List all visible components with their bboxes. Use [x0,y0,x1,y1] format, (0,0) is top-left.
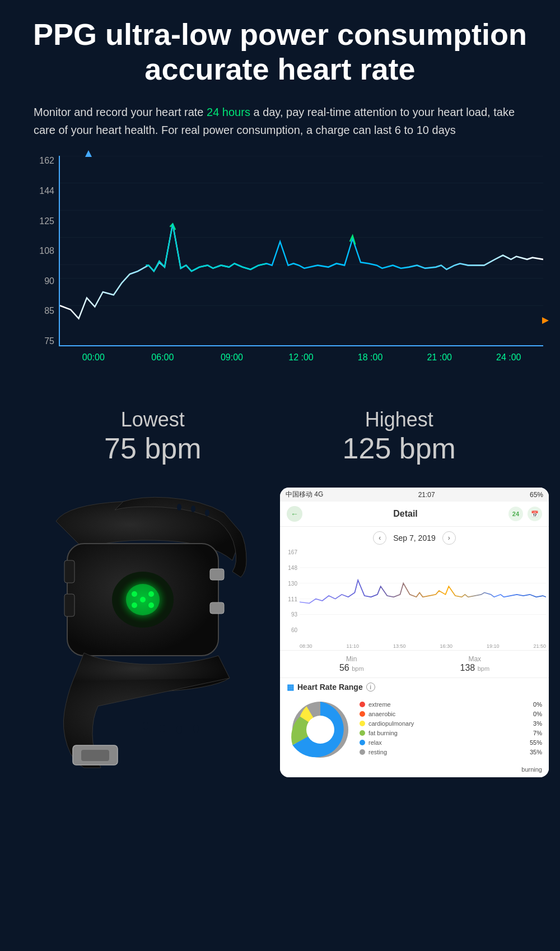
svg-point-17 [140,597,146,602]
phone-status-bar: 中国移动 4G 21:07 65% [280,488,549,502]
x-label-1200: 12 :00 [267,352,336,363]
max-label: Max [460,655,489,663]
phone-date-nav: ‹ Sep 7, 2019 › [280,527,549,549]
x-label-2400: 24 :00 [474,352,543,363]
y-axis: 162 144 125 108 90 85 75 [34,156,59,346]
phone-y-axis: 167 148 130 111 93 60 [280,549,300,633]
phone-icon-calendar[interactable]: 📅 [528,507,542,521]
anaerobic-pct: 0% [528,711,542,717]
svg-point-24 [176,726,182,734]
next-date-button[interactable]: › [442,531,456,545]
extreme-name: extreme [368,701,525,708]
stat-highest: Highest 125 bpm [343,408,456,465]
phone-time: 21:07 [418,491,435,499]
svg-rect-8 [64,560,74,583]
phone-x-0830: 08:30 [300,643,312,649]
phone-x-2150: 21:50 [533,643,546,649]
legend-relax: relax 55% [360,739,542,746]
x-label-0600: 06:00 [128,352,198,363]
chart-container: 162 144 125 108 90 85 75 [34,156,543,369]
min-item: Min 56 bpm [339,655,364,673]
description-section: Monitor and record your heart rate 24 ho… [0,98,560,150]
svg-rect-19 [210,602,224,614]
phone-x-1910: 19:10 [487,643,500,649]
phone-mockup: 中国移动 4G 21:07 65% ← Detail 24 📅 ‹ Sep 7,… [280,488,549,777]
min-unit: bpm [352,665,363,672]
legend-extreme: extreme 0% [360,701,542,708]
lowest-value: 75 bpm [104,432,201,465]
y-label-162: 162 [39,156,54,166]
phone-x-1350: 13:50 [393,643,406,649]
svg-rect-21 [81,750,109,761]
chart-section: 162 144 125 108 90 85 75 [0,150,560,386]
anaerobic-name: anaerobic [368,711,525,717]
band-svg [11,488,269,779]
phone-header-title: Detail [393,509,418,519]
phone-header: ← Detail 24 📅 [280,502,549,527]
stats-section: Lowest 75 bpm Highest 125 bpm [0,386,560,476]
extreme-dot [360,702,365,707]
max-value: 138 [460,663,475,672]
phone-x-1630: 16:30 [440,643,452,649]
svg-point-34 [306,716,334,744]
y-label-75: 75 [44,336,54,346]
phone-heart-rate-range: ▩ Heart Rate Range i [280,678,549,777]
relax-name: relax [368,739,525,746]
anaerobic-dot [360,711,365,717]
max-item: Max 138 bpm [460,655,489,673]
phone-y-167: 167 [288,549,297,555]
phone-y-111: 111 [288,596,297,602]
x-label-0900: 09:00 [197,352,267,363]
phone-x-axis: 08:30 11:10 13:50 16:30 19:10 21:50 [300,643,546,649]
svg-point-14 [148,591,154,597]
min-value: 56 [339,663,349,672]
y-label-85: 85 [44,306,54,316]
svg-point-22 [143,722,148,730]
x-axis: 00:00 06:00 09:00 12 :00 18 :00 21 :00 2… [59,346,543,369]
y-label-125: 125 [39,216,54,226]
chart-plot-area [59,156,543,346]
pie-legend: extreme 0% anaerobic 0% cardiopulmonary … [360,701,542,758]
stat-lowest: Lowest 75 bpm [104,408,201,465]
page-title: PPG ultra-low power consumption accurate… [11,17,549,86]
cardio-dot [360,721,365,726]
cardio-pct: 3% [528,720,542,727]
y-axis-arrow [85,150,92,157]
heart-rate-title: ▩ Heart Rate Range i [287,683,542,692]
x-axis-arrow [542,317,549,324]
prev-date-button[interactable]: ‹ [373,531,386,545]
fat-burning-name: fat burning [368,730,525,736]
highest-label: Highest [343,408,456,432]
phone-date: Sep 7, 2019 [393,534,436,542]
svg-point-16 [148,602,154,608]
fitness-band-image [11,488,269,779]
svg-point-28 [205,509,209,516]
max-unit: bpm [478,665,489,672]
heart-rate-body: extreme 0% anaerobic 0% cardiopulmonary … [287,696,542,763]
legend-fat-burning: fat burning 7% [360,730,542,736]
heart-rate-range-label: Heart Rate Range [297,683,363,692]
highest-value: 125 bpm [343,432,456,465]
pie-chart-svg [287,696,354,763]
y-label-108: 108 [39,246,54,256]
phone-chart-area: 167 148 130 111 93 60 [280,549,549,650]
back-button[interactable]: ← [287,506,302,522]
phone-icon-24[interactable]: 24 [508,507,523,521]
bar-chart-icon: ▩ [287,683,294,692]
burning-text: burning [287,766,542,773]
phone-y-130: 130 [288,581,297,587]
bottom-section: 中国移动 4G 21:07 65% ← Detail 24 📅 ‹ Sep 7,… [0,476,560,801]
x-label-1800: 18 :00 [335,352,405,363]
svg-point-23 [160,725,165,732]
phone-y-93: 93 [291,611,297,618]
svg-point-27 [191,505,195,512]
heart-rate-chart [60,156,543,345]
y-label-144: 144 [39,186,54,196]
phone-y-60: 60 [291,627,297,633]
y-label-90: 90 [44,276,54,286]
resting-pct: 35% [528,749,542,755]
phone-min-max: Min 56 bpm Max 138 bpm [280,650,549,678]
phone-x-1110: 11:10 [346,643,359,649]
phone-header-icons: 24 📅 [508,507,542,521]
phone-y-148: 148 [288,565,297,571]
